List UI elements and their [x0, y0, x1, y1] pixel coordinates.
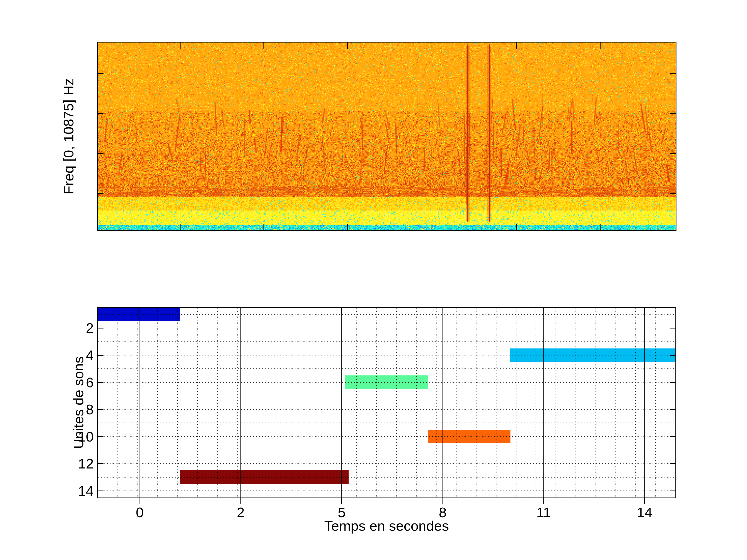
x-tick-label-2: 2: [237, 504, 244, 520]
spec-xtick-bottom: [600, 224, 601, 230]
spec-xtick-top: [347, 43, 348, 49]
y-tick-label-4: 4: [86, 347, 94, 363]
y-tick-label-12: 12: [78, 455, 94, 472]
spec-ytick-right: [670, 193, 676, 194]
spec-ytick-left: [98, 153, 103, 154]
spec-ytick-right: [670, 153, 676, 154]
spectrogram-plot: Freq [0, 10875] Hz: [97, 42, 676, 231]
spec-xtick-top: [263, 43, 263, 49]
y-tick-label-14: 14: [78, 483, 94, 499]
spec-xtick-top: [180, 43, 181, 49]
gantt-xtick-out: [543, 498, 544, 504]
spec-xtick-bottom: [263, 224, 263, 230]
gantt-xtick-out: [139, 498, 140, 504]
gantt-plot: 025811142468101214 Unites de sons Temps …: [97, 307, 676, 498]
y-tick-label-8: 8: [86, 401, 94, 418]
gantt-xtick-out: [240, 498, 241, 504]
spectrogram-ticks: [98, 43, 676, 230]
x-tick-label-0: 0: [136, 504, 144, 520]
spec-xtick-bottom: [516, 224, 517, 230]
spectrogram-ylabel: Freq [0, 10875] Hz: [60, 78, 77, 194]
gantt-xtick-out: [644, 498, 645, 504]
spec-xtick-top: [432, 43, 432, 49]
spec-xtick-top: [600, 43, 601, 49]
gantt-ylabel: Unites de sons: [70, 356, 86, 449]
y-tick-label-2: 2: [86, 320, 94, 336]
spec-ytick-left: [98, 193, 103, 194]
gantt-xlabel: Temps en secondes: [324, 518, 449, 534]
spec-xtick-bottom: [347, 224, 348, 230]
x-tick-label-14: 14: [637, 504, 652, 520]
figure: Freq [0, 10875] Hz 025811142468101214 Un…: [0, 0, 747, 560]
y-tick-label-6: 6: [86, 374, 94, 391]
spec-ytick-right: [670, 113, 676, 114]
spec-ytick-left: [98, 113, 103, 114]
spec-xtick-bottom: [432, 224, 432, 230]
gantt-xtick-out: [341, 498, 342, 504]
spec-xtick-top: [516, 43, 517, 49]
spec-ytick-left: [98, 73, 103, 74]
gantt-tick-labels: 025811142468101214: [98, 308, 675, 498]
x-tick-label-11: 11: [536, 504, 551, 520]
spec-ytick-right: [670, 73, 676, 74]
gantt-xtick-out: [442, 498, 443, 504]
spec-xtick-bottom: [180, 224, 181, 230]
